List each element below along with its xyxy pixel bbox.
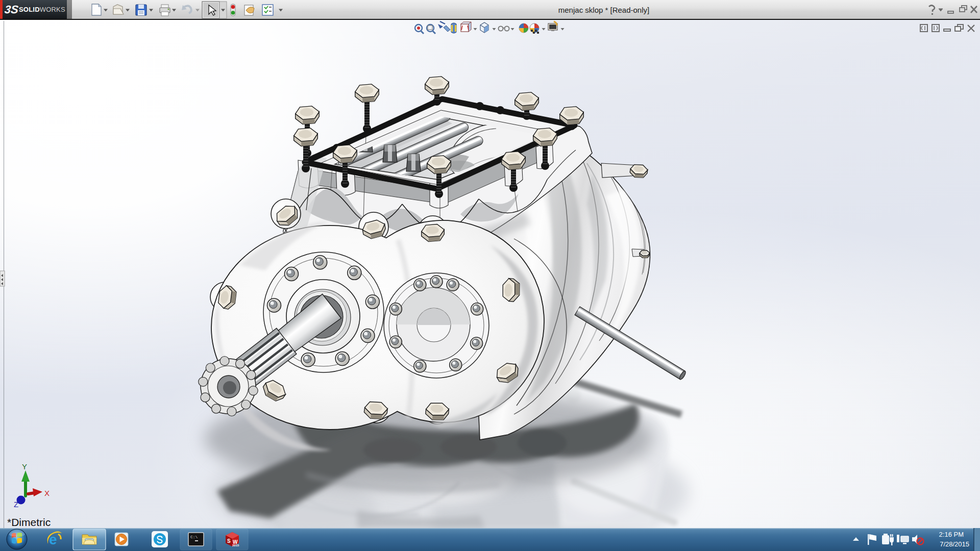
- svg-text:e: e: [49, 532, 57, 547]
- svg-text:*Dimetric: *Dimetric: [7, 516, 51, 528]
- svg-text:Z: Z: [14, 500, 18, 509]
- svg-text:S: S: [227, 538, 231, 544]
- svg-text:2:16 PM: 2:16 PM: [939, 531, 964, 538]
- svg-text:2015: 2015: [232, 544, 239, 547]
- svg-text:C:\: C:\: [190, 535, 198, 539]
- svg-text:X: X: [44, 489, 50, 497]
- svg-text:7/28/2015: 7/28/2015: [940, 540, 969, 548]
- svg-text:Y: Y: [22, 462, 27, 471]
